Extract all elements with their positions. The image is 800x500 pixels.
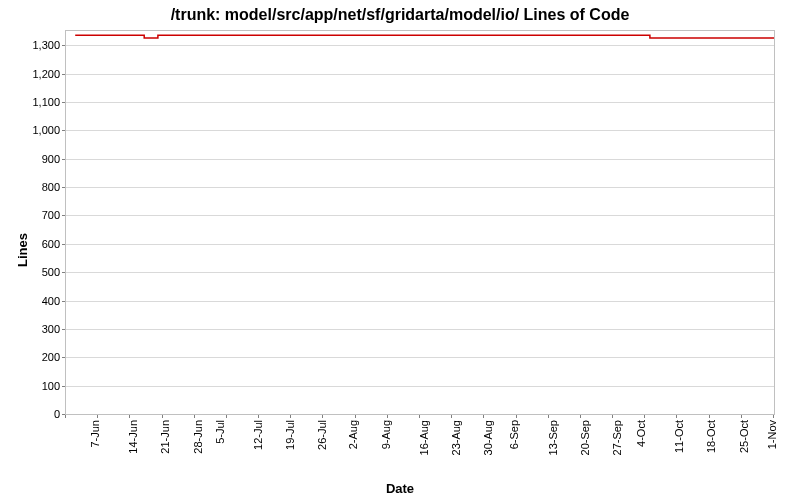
x-tick-label: 23-Aug (450, 420, 462, 455)
y-tick-label: 100 (5, 380, 60, 392)
x-tick-label: 21-Jun (159, 420, 171, 454)
x-tick-label: 1-Nov (766, 420, 778, 449)
x-tick-label: 20-Sep (579, 420, 591, 455)
chart-title: /trunk: model/src/app/net/sf/gridarta/mo… (0, 6, 800, 24)
y-tick-label: 300 (5, 323, 60, 335)
y-tick-label: 500 (5, 266, 60, 278)
y-tick-label: 800 (5, 181, 60, 193)
y-tick-label: 900 (5, 153, 60, 165)
y-tick-label: 700 (5, 209, 60, 221)
x-axis-label: Date (0, 481, 800, 496)
x-tick-label: 28-Jun (191, 420, 203, 454)
x-tick-label: 5-Jul (214, 420, 226, 444)
x-tick-label: 12-Jul (252, 420, 264, 450)
x-tick-label: 26-Jul (316, 420, 328, 450)
x-tick-label: 13-Sep (547, 420, 559, 455)
x-tick-label: 2-Aug (348, 420, 360, 449)
y-tick-label: 400 (5, 295, 60, 307)
y-tick-label: 600 (5, 238, 60, 250)
y-tick-label: 200 (5, 351, 60, 363)
x-tick-label: 7-Jun (89, 420, 101, 448)
plot-area (65, 30, 775, 415)
x-tick-label: 4-Oct (635, 420, 647, 447)
y-tick-label: 1,300 (5, 39, 60, 51)
x-tick-label: 6-Sep (509, 420, 521, 449)
x-tick-label: 19-Jul (284, 420, 296, 450)
x-tick-label: 14-Jun (127, 420, 139, 454)
x-tick-label: 11-Oct (673, 420, 685, 453)
x-tick-label: 16-Aug (418, 420, 430, 455)
y-tick-label: 1,100 (5, 96, 60, 108)
x-tick-label: 25-Oct (738, 420, 750, 453)
x-tick-label: 18-Oct (705, 420, 717, 453)
loc-chart: /trunk: model/src/app/net/sf/gridarta/mo… (0, 0, 800, 500)
x-tick-label: 30-Aug (483, 420, 495, 455)
y-tick-label: 1,200 (5, 68, 60, 80)
y-tick-label: 0 (5, 408, 60, 420)
x-tick-label: 27-Sep (611, 420, 623, 455)
x-tick-label: 9-Aug (380, 420, 392, 449)
y-tick-label: 1,000 (5, 124, 60, 136)
